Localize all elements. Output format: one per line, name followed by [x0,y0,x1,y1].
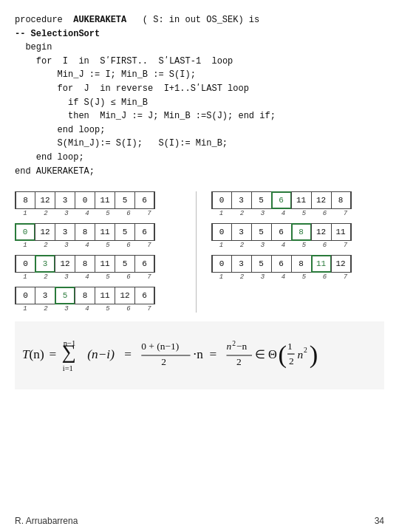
cell: 0 [211,191,232,209]
cell: 11 [311,255,332,273]
cell: 0 [211,255,232,273]
array-4: 0 3 5 8 11 12 6 1 2 3 4 5 6 7 [15,287,188,313]
svg-text:2: 2 [236,357,242,368]
cell: 8 [331,191,352,209]
cell: 3 [55,191,75,209]
cell: 8 [291,255,312,273]
cell: 3 [35,255,55,273]
cell: 5 [115,255,135,273]
svg-text:n: n [226,341,231,352]
array-row: 0 3 5 6 11 12 8 [211,191,351,209]
cell: 3 [231,223,252,241]
cell: 5 [115,191,135,209]
cell: 11 [331,223,352,241]
cell: 12 [311,191,332,209]
svg-text:2: 2 [304,346,307,354]
code-line-1: procedure AUKERAKETA ( S: in out OS_SEK)… [15,13,384,27]
cell: 8 [75,287,95,304]
code-block: procedure AUKERAKETA ( S: in out OS_SEK)… [15,13,384,178]
array-row: 0 3 5 8 11 12 6 [15,287,154,304]
array-indices: 1 2 3 4 5 6 7 [211,242,356,249]
page-content: procedure AUKERAKETA ( S: in out OS_SEK)… [0,0,399,397]
svg-text:−n: −n [236,341,248,352]
formula-svg: T (n) = n−1 ∑ i=1 (n−i) = 0 + (n−1) 2 ⋅n… [22,330,377,381]
code-line-8: then Min_J := J; Min_B :=S(J); end if; [15,109,384,123]
formula-section: T (n) = n−1 ∑ i=1 (n−i) = 0 + (n−1) 2 ⋅n… [15,321,384,389]
cell: 11 [95,255,115,273]
cell: 12 [35,223,55,241]
cell: 0 [211,223,232,241]
code-line-3: begin [15,41,384,55]
cell: 3 [35,287,55,304]
svg-text:i=1: i=1 [63,364,73,372]
svg-text:): ) [310,340,318,369]
cell: 8 [75,223,95,241]
svg-text:⋅n: ⋅n [193,347,203,361]
array-row: 8 12 3 0 11 5 6 [15,191,154,209]
array-r1: 0 3 5 6 11 12 8 1 2 3 4 5 6 7 [211,191,385,217]
cell: 5 [55,287,75,304]
cell: 5 [115,223,135,241]
cell: 12 [115,287,135,304]
code-line-4: for I in SʹFIRST.. SʹLAST-1 loop [15,55,384,69]
svg-text:(: ( [279,340,287,369]
cell: 3 [55,223,75,241]
array-row: 0 3 12 8 11 5 6 [15,255,154,273]
cell: 6 [271,255,292,273]
array-indices: 1 2 3 4 5 6 7 [211,273,356,281]
cell: 11 [95,223,115,241]
cell: 6 [134,223,155,241]
cell: 0 [75,191,95,209]
array-indices: 1 2 3 4 5 6 7 [15,273,160,281]
cell: 12 [35,191,55,209]
cell: 6 [134,255,155,273]
code-line-11: end loop; [15,151,384,165]
cell: 0 [15,223,35,241]
svg-text:n: n [297,348,303,361]
array-1: 8 12 3 0 11 5 6 1 2 3 4 5 6 7 [15,191,188,217]
array-3: 0 3 12 8 11 5 6 1 2 3 4 5 6 7 [15,255,188,281]
svg-text:=: = [49,347,56,361]
array-row: 0 12 3 8 11 5 6 [15,223,154,241]
array-r3: 0 3 5 6 8 11 12 1 2 3 4 5 6 7 [211,255,385,281]
svg-text:1: 1 [287,341,293,352]
svg-text:(n−i): (n−i) [87,347,115,361]
cell: 3 [231,255,252,273]
cell: 8 [291,223,312,241]
cell: 11 [95,191,115,209]
cell: 12 [331,255,352,273]
array-indices: 1 2 3 4 5 6 7 [15,305,160,313]
arrays-left: 8 12 3 0 11 5 6 1 2 3 4 5 6 7 [15,191,188,313]
cell: 11 [291,191,312,209]
svg-text:=: = [124,347,132,361]
array-r2: 0 3 5 6 8 12 11 1 2 3 4 5 6 7 [211,223,385,249]
cell: 6 [134,287,155,304]
code-line-9: end loop; [15,123,384,137]
code-line-12: end AUKERAKETA; [15,165,384,179]
array-indices: 1 2 3 4 5 6 7 [211,210,356,217]
cell: 0 [15,255,35,273]
code-line-6: for J in reverse I+1..SʹLAST loop [15,82,384,96]
svg-text:(n): (n) [30,347,44,361]
author-label: R. Arruabarrena [15,516,78,526]
code-line-5: Min_J := I; Min_B := S(I); [15,68,384,82]
cell: 6 [134,191,155,209]
array-row: 0 3 5 6 8 11 12 [211,255,351,273]
cell: 12 [311,223,332,241]
cell: 8 [15,191,35,209]
cell: 0 [15,287,35,304]
svg-text:∈ Θ: ∈ Θ [255,347,277,361]
cell: 12 [55,255,75,273]
footer: R. Arruabarrena 34 [15,516,384,526]
code-line-7: if S(J) ≤ Min_B [15,96,384,110]
cell: 5 [251,223,272,241]
svg-text:2: 2 [232,339,236,347]
cell: 6 [271,191,292,209]
cell: 8 [75,255,95,273]
cell: 11 [95,287,115,304]
cell: 3 [231,191,252,209]
array-indices: 1 2 3 4 5 6 7 [15,210,160,217]
svg-text:=: = [209,347,216,361]
arrays-right: 0 3 5 6 11 12 8 1 2 3 4 5 6 7 [204,191,385,313]
array-indices: 1 2 3 4 5 6 7 [15,242,160,249]
